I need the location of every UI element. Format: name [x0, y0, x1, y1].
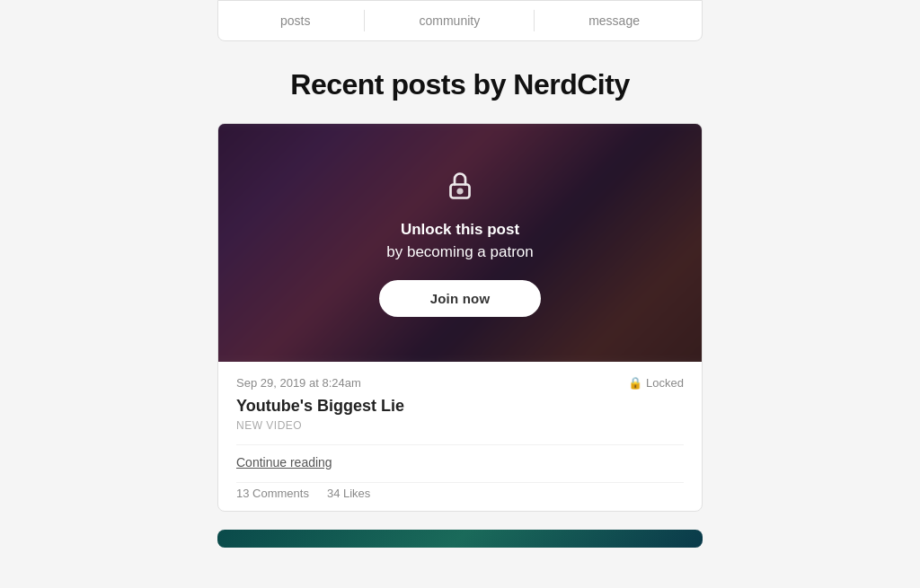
post-card-teaser [217, 530, 703, 548]
post-stats: 13 Comments 34 Likes [236, 482, 684, 500]
page-container: posts community message Recent posts by … [0, 0, 920, 548]
join-now-button[interactable]: Join now [379, 280, 542, 317]
teaser-image [217, 530, 703, 548]
post-title: Youtube's Biggest Lie [236, 397, 684, 416]
post-date: Sep 29, 2019 at 8:24am [236, 376, 361, 390]
nav-tab-message[interactable]: message [535, 10, 694, 31]
post-divider [236, 444, 684, 445]
locked-image-area: Unlock this post by becoming a patron Jo… [218, 124, 702, 362]
lock-small-icon: 🔒 [628, 376, 642, 390]
nav-tab-posts[interactable]: posts [226, 10, 365, 31]
post-top-row: Sep 29, 2019 at 8:24am 🔒 Locked [236, 376, 684, 390]
nav-tab-community[interactable]: community [365, 10, 535, 31]
lock-icon-container [444, 170, 476, 206]
post-card: Unlock this post by becoming a patron Jo… [217, 123, 703, 512]
svg-point-1 [458, 189, 463, 193]
section-title: Recent posts by NerdCity [0, 68, 920, 101]
locked-text-line1: Unlock this post [386, 218, 534, 241]
locked-text-line2: by becoming a patron [386, 241, 534, 264]
like-count: 34 Likes [327, 487, 370, 500]
post-meta: Sep 29, 2019 at 8:24am 🔒 Locked Youtube'… [218, 362, 702, 511]
locked-overlay: Unlock this post by becoming a patron Jo… [218, 124, 702, 362]
top-nav: posts community message [217, 0, 703, 41]
lock-icon [444, 170, 476, 202]
post-tag: NEW VIDEO [236, 419, 684, 432]
comment-count: 13 Comments [236, 487, 309, 500]
locked-text: Unlock this post by becoming a patron [386, 218, 534, 264]
continue-reading-link[interactable]: Continue reading [236, 455, 332, 470]
post-locked-badge: 🔒 Locked [628, 376, 684, 390]
locked-label: Locked [646, 376, 684, 390]
